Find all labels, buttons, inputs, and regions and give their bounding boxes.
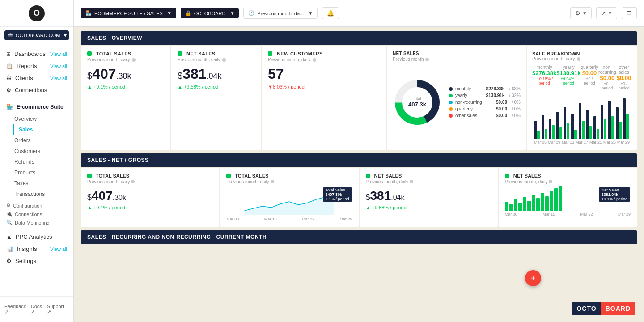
- net-sales-value: $381.04k: [178, 66, 254, 82]
- logo-icon[interactable]: O: [29, 5, 45, 21]
- mbar-10: [545, 196, 549, 211]
- legend-other: other sales $0.00 / 0%: [449, 113, 521, 118]
- settings-chevron-icon: ▼: [582, 11, 587, 16]
- bar-green-1: [537, 131, 540, 139]
- feedback-link[interactable]: Feedback ↗: [4, 304, 31, 315]
- bar-dark-10: [601, 105, 603, 139]
- monitor-icon: 🔍: [6, 220, 13, 225]
- sidebar-item-transactions[interactable]: Transactions: [14, 189, 73, 199]
- green-tag7-icon: [505, 174, 509, 178]
- sales-overview-section: SALES - OVERVIEW TOTAL SALES Previous mo…: [81, 31, 637, 150]
- ecommerce-section: 🏪 E-commerce Suite Overview Sales Orders…: [0, 100, 73, 229]
- mbar-5: [523, 197, 526, 211]
- bell-button[interactable]: 🔔: [322, 7, 339, 19]
- net-sales-card: NET SALES Previous month, daily $381.04k…: [171, 46, 261, 150]
- mbar-1: [505, 202, 508, 211]
- org-selector[interactable]: 🔒 OCTOBOARD ▼: [181, 8, 239, 18]
- clock-icon: 🕐: [248, 10, 254, 16]
- share-icon: ↗: [601, 10, 606, 17]
- sidebar-item-insights[interactable]: 📊 Insights View all: [0, 243, 73, 255]
- net-gross-grid: TOTAL SALES Previous month, daily $407.3…: [81, 168, 637, 227]
- ts-stat-change: ▲ +9.1% / period: [87, 205, 213, 210]
- bar-group-1: [534, 121, 541, 139]
- bar-dark-6: [571, 114, 574, 139]
- ts-stat-card: TOTAL SALES Previous month, daily $407.3…: [81, 168, 219, 227]
- bar-dark-11: [608, 101, 611, 139]
- grid-icon: ⊞: [6, 51, 11, 57]
- info-dot8-icon: [410, 180, 413, 183]
- sidebar-item-taxes[interactable]: Taxes: [14, 178, 73, 189]
- info-dot-icon: [132, 58, 136, 62]
- add-button[interactable]: +: [525, 270, 541, 286]
- ts-stat-value: $407.30k: [87, 189, 213, 203]
- bar-dark-4: [556, 112, 559, 139]
- sidebar-item-connections[interactable]: ⚙ Connections: [0, 84, 73, 96]
- bar-green-2: [545, 129, 547, 139]
- share-button[interactable]: ↗ ▼: [596, 7, 617, 19]
- bar-green-6: [574, 130, 577, 139]
- bar-breakdown-card: SALE BREAKDOWN Previous month, daily mon…: [527, 46, 637, 150]
- sidebar-item-ppc[interactable]: ▲ PPC Analytics: [0, 231, 73, 243]
- sidebar-item-connections2[interactable]: 🔌 Connections: [6, 210, 67, 218]
- gear-icon-top: ⚙: [575, 10, 580, 17]
- sidebar-item-data-monitoring[interactable]: 🔍 Data Monitoring: [6, 218, 67, 227]
- sidebar-item-overview[interactable]: Overview: [14, 114, 73, 124]
- info-dot5-icon: [577, 57, 580, 61]
- total-sales-card: TOTAL SALES Previous month, daily $407.3…: [81, 46, 170, 150]
- sidebar-logo: O: [0, 0, 73, 27]
- sales-recurring-header: SALES - RECURRING AND NON-RECURRING - CU…: [81, 230, 637, 244]
- brand-selector[interactable]: 🏛 OCTOBOARD.COM ▼: [4, 30, 69, 40]
- sidebar-item-settings[interactable]: ⚙ Settings: [0, 255, 73, 267]
- breakdown-quarterly: quarterly $0.00 +0 / period: [580, 65, 598, 90]
- bar-chart-visual: [532, 94, 631, 139]
- date-selector[interactable]: 🕐 Previous month, da... ▼: [243, 8, 318, 19]
- bar-green-10: [604, 119, 606, 139]
- sidebar-item-ecommerce[interactable]: 🏪 E-commerce Suite: [0, 100, 73, 114]
- legend-dot-other: [449, 114, 453, 118]
- mbar-9: [541, 193, 544, 211]
- menu-button[interactable]: ☰: [622, 7, 637, 19]
- mbar-4: [518, 203, 522, 211]
- building-icon: 🏛: [8, 33, 13, 38]
- suite-selector[interactable]: 🏪 ECOMMERCE SUITE / SALES ▼: [81, 8, 176, 18]
- legend-quarterly: quarterly $0.00 / 0%: [449, 106, 521, 111]
- bar-group-7: [579, 103, 585, 139]
- ns-stat-value: $381.04k: [366, 189, 491, 203]
- hamburger-icon: ☰: [627, 10, 632, 17]
- ns-bar-card: NET SALES Previous month, daily Net Sale…: [499, 168, 637, 227]
- brand-badge: OCTO BOARD: [572, 302, 635, 315]
- svg-text:407.3k: 407.3k: [408, 101, 427, 108]
- legend-dot-nonrecurring: [449, 101, 453, 104]
- sidebar-item-clients[interactable]: 🏛 Clients View all: [0, 72, 73, 84]
- sidebar-item-refunds[interactable]: Refunds: [14, 157, 73, 167]
- mbar-6: [527, 201, 531, 211]
- sales-net-gross-section: SALES - NET / GROSS TOTAL SALES Previous…: [81, 153, 637, 227]
- mbar-7: [532, 195, 535, 211]
- docs-link[interactable]: Docs ↗: [31, 304, 47, 315]
- breakdown-subtitle: Previous month, daily: [532, 56, 580, 61]
- bar-group-13: [623, 98, 630, 139]
- sidebar-item-orders[interactable]: Orders: [14, 135, 73, 146]
- sidebar-item-dashboards[interactable]: ⊞ Dashboards View all: [0, 48, 73, 60]
- settings-button[interactable]: ⚙ ▼: [570, 7, 592, 19]
- bar-green-9: [597, 129, 599, 139]
- net-sales-change: ▲ +9.58% / period: [178, 84, 254, 89]
- sidebar-item-customers[interactable]: Customers: [14, 146, 73, 157]
- green-tag6-icon: [366, 174, 370, 178]
- legend-nonrecurring: non-recurring $0.00 / 0%: [449, 100, 521, 105]
- sales-recurring-section: SALES - RECURRING AND NON-RECURRING - CU…: [81, 230, 637, 244]
- bar-dark-2: [542, 115, 544, 139]
- breakdown-title: SALE BREAKDOWN: [532, 51, 580, 56]
- sidebar-item-products[interactable]: Products: [14, 167, 73, 178]
- topbar: 🏪 ECOMMERCE SUITE / SALES ▼ 🔒 OCTOBOARD …: [74, 0, 644, 27]
- support-link[interactable]: Support ↗: [47, 304, 69, 315]
- sidebar-item-reports[interactable]: 📋 Reports View all: [0, 60, 73, 72]
- sidebar-item-configuration[interactable]: ⚙ Configuration: [6, 201, 67, 210]
- lock-icon: 🔒: [185, 10, 191, 16]
- donut-container: total 407.3k monthly $276.36k: [393, 62, 521, 144]
- sidebar-item-sales[interactable]: Sales: [13, 124, 73, 135]
- legend-yearly: yearly $130.91k / 32%: [449, 93, 521, 98]
- bar-group-5: [564, 107, 570, 139]
- new-customers-card: NEW CUSTOMERS Previous month, daily 57 ▼…: [262, 46, 386, 150]
- breakdown-monthly: monthly $276.38k -10.18% / period: [532, 65, 556, 90]
